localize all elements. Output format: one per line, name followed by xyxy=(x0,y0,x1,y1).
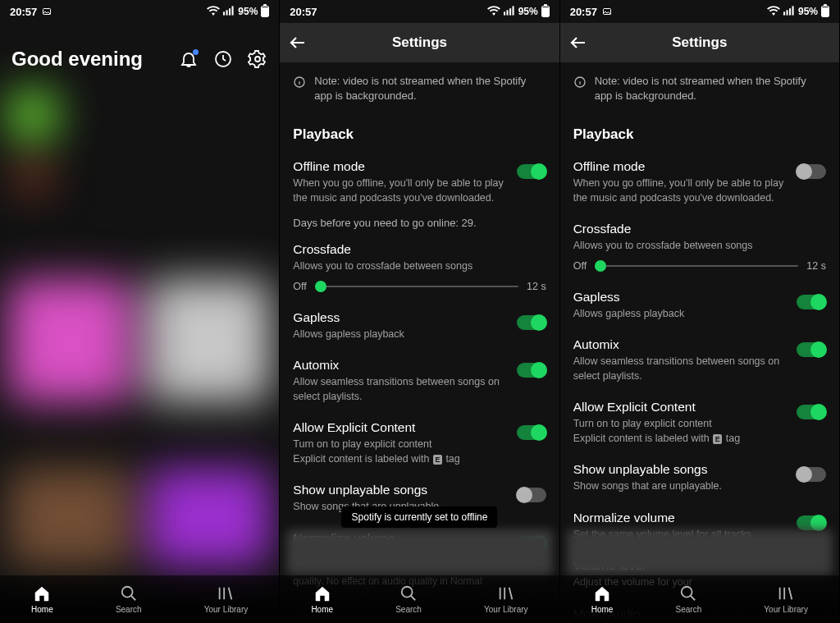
setting-automix: Automix Allow seamless transitions betwe… xyxy=(293,350,546,412)
offline-sub: When you go offline, you'll only be able… xyxy=(573,176,788,205)
video-note: Note: video is not streamed when the Spo… xyxy=(573,62,826,107)
setting-gapless: Gapless Allows gapless playback xyxy=(573,282,826,330)
battery-pct: 95% xyxy=(238,6,258,17)
back-arrow-icon[interactable] xyxy=(288,33,308,53)
svg-rect-18 xyxy=(792,6,793,15)
crossfade-off-label: Off xyxy=(293,281,306,292)
crossfade-title: Crossfade xyxy=(293,242,546,259)
crossfade-slider[interactable] xyxy=(595,265,798,267)
home-icon xyxy=(593,584,611,602)
setting-crossfade: Crossfade Allows you to crossfade betwee… xyxy=(293,234,546,276)
offline-title: Offline mode xyxy=(293,159,508,176)
svg-rect-15 xyxy=(783,11,785,15)
nav-search[interactable]: Search xyxy=(116,584,142,614)
now-playing-bar[interactable] xyxy=(286,529,552,575)
battery-pct: 95% xyxy=(798,6,818,17)
nav-library[interactable]: Your Library xyxy=(484,584,528,614)
home-pane: 20:57 95% Good evening xyxy=(0,0,280,623)
automix-title: Automix xyxy=(573,337,788,355)
status-bar: 20:57 95% xyxy=(0,0,279,23)
library-icon xyxy=(497,584,515,602)
crossfade-title: Crossfade xyxy=(573,222,826,239)
wifi-icon xyxy=(207,6,220,18)
svg-point-7 xyxy=(121,587,132,598)
offline-toggle[interactable] xyxy=(517,164,546,179)
explicit-toggle[interactable] xyxy=(517,425,546,440)
back-arrow-icon[interactable] xyxy=(568,33,588,53)
normalize-toggle[interactable] xyxy=(797,515,826,530)
svg-point-13 xyxy=(402,587,413,598)
now-playing-bar[interactable] xyxy=(567,529,833,575)
automix-toggle[interactable] xyxy=(517,363,546,378)
crossfade-slider-row: Off 12 s xyxy=(573,255,826,282)
wifi-icon xyxy=(487,6,500,18)
offline-sub: When you go offline, you'll only be able… xyxy=(293,176,508,205)
offline-toast: Spotify is currently set to offline xyxy=(342,506,498,528)
home-header: Good evening xyxy=(0,23,279,82)
svg-rect-8 xyxy=(504,11,505,15)
unplayable-sub: Show songs that are unplayable. xyxy=(573,479,788,494)
gapless-toggle[interactable] xyxy=(797,295,826,309)
home-icon xyxy=(33,584,51,602)
settings-title: Settings xyxy=(392,34,447,51)
battery-pct: 95% xyxy=(518,6,538,17)
crossfade-max-label: 12 s xyxy=(806,260,826,272)
picture-icon xyxy=(42,7,52,16)
crossfade-slider[interactable] xyxy=(315,286,518,287)
setting-explicit: Allow Explicit Content Turn on to play e… xyxy=(573,392,826,454)
settings-pane-offline-on: 20:57 95% Settings Note: video is not st… xyxy=(280,0,559,623)
signal-icon xyxy=(223,6,235,18)
nav-home[interactable]: Home xyxy=(591,584,614,614)
bottom-nav: Home Search Your Library xyxy=(0,575,279,623)
signal-icon xyxy=(504,6,515,18)
crossfade-off-label: Off xyxy=(573,260,587,272)
automix-toggle[interactable] xyxy=(797,342,826,357)
battery-icon xyxy=(261,6,269,17)
explicit-sub1: Turn on to play explicit content xyxy=(573,417,788,432)
explicit-toggle[interactable] xyxy=(797,405,826,419)
search-icon xyxy=(120,584,138,602)
svg-rect-10 xyxy=(509,8,511,15)
battery-icon xyxy=(821,6,829,17)
explicit-title: Allow Explicit Content xyxy=(573,400,788,417)
svg-point-20 xyxy=(682,587,692,598)
greeting-title: Good evening xyxy=(11,48,143,71)
gapless-sub: Allows gapless playback xyxy=(573,307,788,322)
status-time: 20:57 xyxy=(10,6,37,18)
explicit-e-tag: E xyxy=(433,455,442,465)
search-icon xyxy=(399,584,418,602)
nav-home[interactable]: Home xyxy=(31,584,53,614)
nav-search[interactable]: Search xyxy=(395,584,422,614)
nav-home[interactable]: Home xyxy=(311,584,333,614)
explicit-e-tag: E xyxy=(713,434,722,444)
home-icon xyxy=(313,584,331,602)
nav-library[interactable]: Your Library xyxy=(204,584,249,614)
setting-offline-mode: Offline mode When you go offline, you'll… xyxy=(573,151,826,213)
offline-title: Offline mode xyxy=(573,159,788,176)
nav-search[interactable]: Search xyxy=(676,584,702,614)
settings-gear-icon[interactable] xyxy=(248,49,267,69)
explicit-title: Allow Explicit Content xyxy=(293,420,508,437)
svg-rect-2 xyxy=(226,10,228,15)
explicit-sub2: Explicit content is labeled with E tag xyxy=(293,452,508,467)
normalize-title: Normalize volume xyxy=(573,511,788,528)
unplayable-title: Show unplayable songs xyxy=(573,462,788,479)
gapless-toggle[interactable] xyxy=(517,315,546,330)
bottom-nav: Home Search Your Library xyxy=(560,575,839,623)
notifications-icon[interactable] xyxy=(179,49,199,69)
svg-rect-16 xyxy=(786,10,788,15)
gapless-sub: Allows gapless playback xyxy=(293,328,508,342)
picture-icon xyxy=(602,7,612,16)
nav-library[interactable]: Your Library xyxy=(764,584,808,614)
offline-days-text: Days before you need to go online: 29. xyxy=(293,213,546,234)
setting-automix: Automix Allow seamless transitions betwe… xyxy=(573,329,826,392)
explicit-sub1: Turn on to play explicit content xyxy=(293,437,508,452)
library-icon xyxy=(777,584,795,602)
search-icon xyxy=(679,584,697,602)
recently-played-icon[interactable] xyxy=(213,49,233,69)
explicit-sub2: Explicit content is labeled with E tag xyxy=(573,432,788,447)
settings-pane-offline-off: 20:57 95% Settings Note: video is not st… xyxy=(560,0,840,623)
unplayable-toggle[interactable] xyxy=(517,488,546,502)
offline-toggle[interactable] xyxy=(797,164,826,179)
unplayable-toggle[interactable] xyxy=(797,467,826,482)
